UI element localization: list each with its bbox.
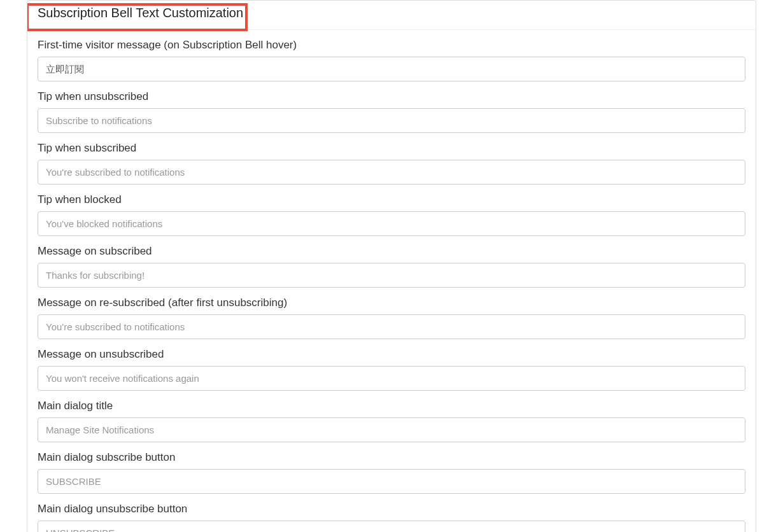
field-msg-resubscribed: Message on re-subscribed (after first un… (38, 297, 745, 339)
label-tip-subscribed: Tip when subscribed (38, 142, 745, 155)
input-dialog-subscribe[interactable] (38, 469, 745, 494)
input-msg-resubscribed[interactable] (38, 314, 745, 339)
label-tip-blocked: Tip when blocked (38, 193, 745, 206)
label-dialog-unsubscribe: Main dialog unsubscribe button (38, 503, 745, 515)
input-msg-unsubscribed[interactable] (38, 366, 745, 391)
input-msg-subscribed[interactable] (38, 263, 745, 288)
field-msg-unsubscribed: Message on unsubscribed (38, 348, 745, 391)
label-first-time: First-time visitor message (on Subscript… (38, 39, 745, 52)
label-dialog-title: Main dialog title (38, 400, 745, 412)
label-msg-unsubscribed: Message on unsubscribed (38, 348, 745, 361)
input-dialog-title[interactable] (38, 417, 745, 442)
section-title: Subscription Bell Text Customization (38, 6, 243, 20)
field-dialog-unsubscribe: Main dialog unsubscribe button (38, 503, 745, 532)
field-tip-blocked: Tip when blocked (38, 193, 745, 236)
settings-card: Subscription Bell Text Customization Fir… (27, 0, 756, 532)
field-tip-unsubscribed: Tip when unsubscribed (38, 90, 745, 133)
field-msg-subscribed: Message on subscribed (38, 245, 745, 288)
section-header: Subscription Bell Text Customization (27, 1, 756, 30)
input-tip-blocked[interactable] (38, 211, 745, 236)
field-first-time: First-time visitor message (on Subscript… (38, 39, 745, 81)
label-msg-resubscribed: Message on re-subscribed (after first un… (38, 297, 745, 309)
field-dialog-subscribe: Main dialog subscribe button (38, 451, 745, 494)
input-tip-subscribed[interactable] (38, 160, 745, 185)
input-first-time[interactable] (38, 57, 745, 81)
input-dialog-unsubscribe[interactable] (38, 521, 745, 532)
input-tip-unsubscribed[interactable] (38, 108, 745, 133)
label-tip-unsubscribed: Tip when unsubscribed (38, 90, 745, 103)
label-dialog-subscribe: Main dialog subscribe button (38, 451, 745, 464)
label-msg-subscribed: Message on subscribed (38, 245, 745, 258)
field-dialog-title: Main dialog title (38, 400, 745, 442)
field-tip-subscribed: Tip when subscribed (38, 142, 745, 185)
